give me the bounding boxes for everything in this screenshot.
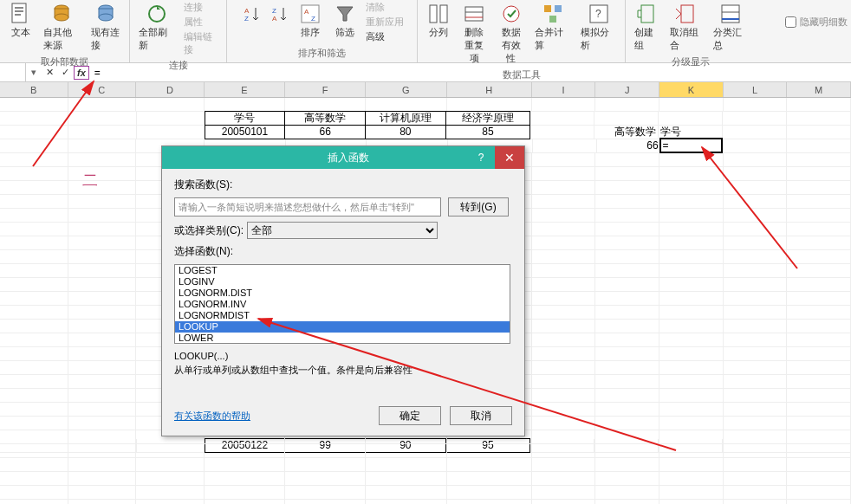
col-header[interactable]: E <box>205 82 285 97</box>
col-header[interactable]: H <box>447 82 532 97</box>
svg-point-9 <box>99 14 113 21</box>
existing-conn-icon <box>94 2 118 26</box>
function-item[interactable]: LOOKUP <box>175 321 510 333</box>
table-cell[interactable]: 85 <box>445 125 531 139</box>
ungroup-button[interactable]: 取消组合 <box>665 0 709 54</box>
annotation-two: 二 <box>82 170 98 191</box>
col-header[interactable]: L <box>724 82 788 97</box>
dialog-close-button[interactable]: ✕ <box>495 146 524 169</box>
col-header[interactable]: J <box>595 82 659 97</box>
cancel-formula-button[interactable]: ✕ <box>42 63 57 81</box>
col-header[interactable]: F <box>285 82 366 97</box>
svg-text:A: A <box>244 7 250 15</box>
table-header[interactable]: 计算机原理 <box>365 111 446 126</box>
other-sources-icon <box>49 2 74 26</box>
table-header[interactable]: 学号 <box>205 111 286 126</box>
subtotal-button[interactable]: 分类汇总 <box>708 0 752 54</box>
hide-detail-checkbox[interactable] <box>785 16 796 28</box>
name-dropdown[interactable]: ▾ <box>26 63 42 81</box>
consolidate-button[interactable]: 合并计算 <box>529 0 575 54</box>
text-to-col-icon <box>426 2 451 26</box>
svg-text:A: A <box>304 8 309 16</box>
svg-text:Z: Z <box>311 15 315 23</box>
btn-label: 筛选 <box>335 26 354 39</box>
sort-button[interactable]: AZ 排序 <box>293 0 328 41</box>
col-header[interactable]: G <box>366 82 446 97</box>
search-input[interactable] <box>174 197 441 216</box>
btn-label: 取消组合 <box>670 26 704 52</box>
svg-rect-25 <box>555 5 562 12</box>
col-header[interactable]: M <box>787 82 851 97</box>
function-list[interactable]: LOGESTLOGINVLOGNORM.DISTLOGNORM.INVLOGNO… <box>174 264 510 344</box>
col-header[interactable]: I <box>532 82 596 97</box>
advanced-filter-button[interactable]: 高级 <box>362 29 407 44</box>
sort-za-icon: ZA <box>270 5 288 23</box>
dialog-title-bar[interactable]: 插入函数 ? ✕ <box>162 146 524 169</box>
help-link[interactable]: 有关该函数的帮助 <box>174 410 250 423</box>
table-cell[interactable]: 66 <box>284 125 366 139</box>
data-validation-button[interactable]: 数据 有效性 <box>493 0 530 67</box>
svg-rect-3 <box>15 14 21 16</box>
from-other-sources-button[interactable]: 自其他来源 <box>38 0 86 54</box>
text-file-icon <box>9 2 33 26</box>
col-header[interactable]: D <box>136 82 205 97</box>
side-value[interactable]: 66 <box>597 139 661 153</box>
refresh-all-button[interactable]: 全部刷新 <box>133 0 180 54</box>
from-text-button[interactable]: 文本 <box>3 0 38 41</box>
col-header[interactable]: B <box>0 82 68 97</box>
table-header[interactable]: 经济学原理 <box>445 111 531 126</box>
table-cell[interactable]: 80 <box>365 125 446 139</box>
category-select[interactable]: 全部 <box>247 222 438 239</box>
btn-label: 排序 <box>301 26 320 39</box>
ribbon: 文本 自其他来源 现有连接 取外部数据 全部刷新 <box>0 0 851 63</box>
refresh-icon <box>145 2 169 26</box>
insert-function-button[interactable]: fx <box>74 66 89 80</box>
cancel-button[interactable]: 取消 <box>450 406 512 425</box>
function-signature: LOOKUP(...) <box>174 349 512 363</box>
function-item[interactable]: LOWER <box>175 333 510 344</box>
filter-button[interactable]: 筛选 <box>328 0 362 41</box>
side-header[interactable]: 高等数学 <box>594 126 659 139</box>
svg-text:?: ? <box>595 8 601 20</box>
dialog-help-button[interactable]: ? <box>469 146 493 169</box>
active-cell[interactable]: = <box>659 138 724 153</box>
formula-input[interactable]: = <box>89 67 851 79</box>
col-header[interactable]: K <box>659 82 724 97</box>
btn-label: 分列 <box>429 26 448 39</box>
function-item[interactable]: LOGNORM.DIST <box>175 288 510 299</box>
hide-detail-toggle[interactable]: 隐藏明细数 <box>785 16 848 29</box>
sort-asc-button[interactable]: AZ <box>237 0 265 24</box>
table-header[interactable]: 高等数学 <box>284 111 366 126</box>
dedup-icon <box>462 2 486 26</box>
group-button[interactable]: 创建组 <box>629 0 665 54</box>
svg-rect-29 <box>641 5 653 23</box>
svg-point-6 <box>55 14 68 21</box>
properties-button: 属性 <box>180 15 223 29</box>
svg-rect-19 <box>440 5 447 23</box>
dialog-title: 插入函数 <box>328 151 369 165</box>
function-item[interactable]: LOGINV <box>175 276 510 288</box>
col-header[interactable]: C <box>68 82 137 97</box>
goto-button[interactable]: 转到(G) <box>448 197 509 216</box>
svg-point-23 <box>503 6 519 22</box>
remove-duplicates-button[interactable]: 删除 重复项 <box>456 0 493 67</box>
btn-label: 模拟分析 <box>581 26 616 52</box>
svg-rect-26 <box>549 16 556 23</box>
btn-label: 创建组 <box>634 26 659 52</box>
text-to-columns-button[interactable]: 分列 <box>421 0 456 41</box>
existing-connections-button[interactable]: 现有连接 <box>86 0 126 54</box>
table-cell[interactable]: 20050101 <box>205 125 286 139</box>
ok-button[interactable]: 确定 <box>379 406 441 425</box>
function-item[interactable]: LOGNORM.INV <box>175 299 510 310</box>
subtotal-icon <box>718 2 743 26</box>
svg-text:Z: Z <box>272 7 276 15</box>
function-item[interactable]: LOGEST <box>175 265 510 276</box>
accept-formula-button[interactable]: ✓ <box>57 63 73 81</box>
whatif-button[interactable]: ? 模拟分析 <box>575 0 621 54</box>
svg-rect-0 <box>12 3 26 23</box>
name-box[interactable] <box>0 63 26 81</box>
btn-label: 删除 重复项 <box>461 26 488 65</box>
function-item[interactable]: LOGNORMDIST <box>175 310 510 321</box>
sort-desc-button[interactable]: ZA <box>265 0 293 24</box>
group-icon <box>634 2 659 26</box>
